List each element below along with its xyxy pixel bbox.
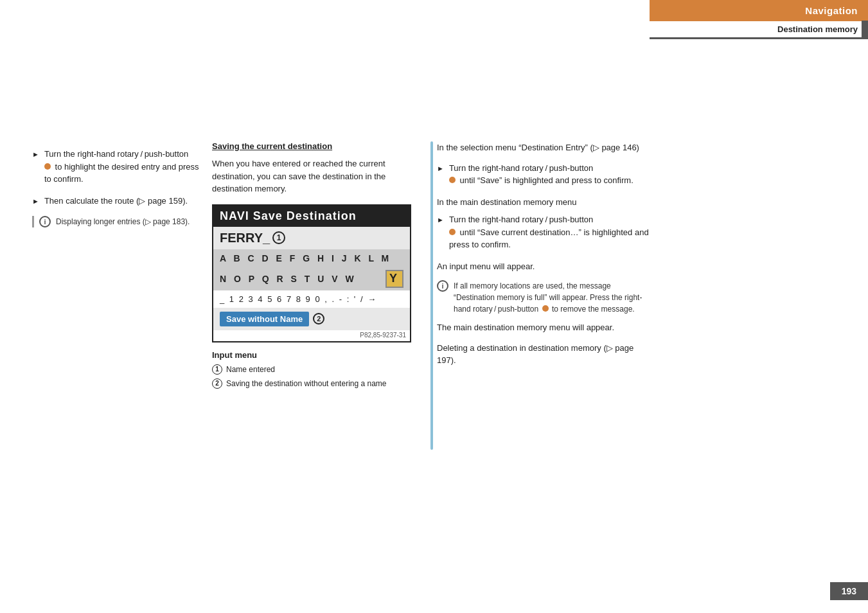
left-column: ► Turn the right-hand rotary / push-butt… bbox=[32, 148, 199, 236]
info-text-right: If all memory locations are used, the me… bbox=[454, 280, 649, 315]
navi-entry-row: FERRY_ 1 bbox=[213, 227, 410, 249]
navi-numbers-row: _ 1 2 3 4 5 6 7 8 9 0 , . - : ' / → bbox=[213, 290, 410, 308]
legend-item-1: 1 Name entered bbox=[212, 364, 411, 375]
navi-keyboard-y-key[interactable]: Y bbox=[385, 270, 403, 288]
circle-icon-right-3 bbox=[542, 305, 549, 312]
navi-code: P82,85-9237-31 bbox=[213, 330, 410, 341]
navi-entry-text: FERRY_ bbox=[220, 231, 270, 245]
info-box-right: i If all memory locations are used, the … bbox=[437, 280, 649, 315]
bullet-item-2: ► Then calculate the route (▷ page 159). bbox=[32, 195, 199, 208]
nav-title: Navigation bbox=[805, 5, 858, 16]
input-menu-title: Input menu bbox=[212, 350, 411, 360]
right-bullet1-text: Turn the right-hand rotary / push-button… bbox=[449, 162, 633, 187]
navi-title-row: NAVI Save Destination bbox=[213, 206, 410, 227]
info-icon-left: i bbox=[39, 216, 51, 227]
navi-save-badge: 2 bbox=[313, 313, 324, 324]
legend-item-2: 2 Saving the destination without enterin… bbox=[212, 378, 411, 389]
page-number: 193 bbox=[830, 582, 868, 600]
legend-num-2: 2 bbox=[212, 378, 222, 389]
nav-title-bar: Navigation bbox=[650, 0, 868, 21]
left-accent-bar bbox=[430, 141, 433, 450]
header-area: Navigation Destination memory bbox=[650, 0, 868, 39]
circle-icon-right-1 bbox=[449, 177, 456, 183]
info-box-left: i Displaying longer entries (▷ page 183)… bbox=[32, 216, 199, 227]
info-text-left: Displaying longer entries (▷ page 183). bbox=[56, 216, 190, 227]
arrow-icon-1: ► bbox=[32, 149, 39, 160]
right-intro: In the selection menu “Destination Entry… bbox=[437, 141, 649, 154]
arrow-icon-2: ► bbox=[32, 196, 39, 207]
side-marker bbox=[862, 21, 868, 39]
circle-icon-1 bbox=[44, 163, 51, 170]
navi-keyboard-row2-left: N O P Q R S T U V W bbox=[220, 274, 357, 284]
main-menu-head: In the main destination memory menu bbox=[437, 196, 649, 209]
navi-keyboard-row2: N O P Q R S T U V W Y bbox=[213, 267, 410, 290]
main-menu-appear: The main destination memory menu will ap… bbox=[437, 321, 649, 334]
circle-icon-right-2 bbox=[449, 229, 456, 235]
section-title: Saving the current destination bbox=[212, 141, 411, 151]
navi-save-btn[interactable]: Save without Name bbox=[220, 312, 309, 326]
right-bullet-1: ► Turn the right-hand rotary / push-butt… bbox=[437, 162, 649, 187]
input-appear: An input menu will appear. bbox=[437, 260, 649, 273]
bullet1-text: Turn the right-hand rotary / push-button… bbox=[44, 148, 199, 186]
legend-num-1: 1 bbox=[212, 364, 222, 375]
deleting-text: Deleting a destination in destination me… bbox=[437, 342, 649, 367]
dest-memory-label: Destination memory bbox=[777, 24, 858, 34]
mid-column: Saving the current destination When you … bbox=[212, 141, 411, 392]
info-icon-right: i bbox=[437, 280, 448, 292]
arrow-icon-right-2: ► bbox=[437, 215, 444, 226]
navi-keyboard-row1: A B C D E F G H I J K L M bbox=[213, 249, 410, 267]
dest-memory-bar: Destination memory bbox=[650, 21, 868, 39]
bullet-item-1: ► Turn the right-hand rotary / push-butt… bbox=[32, 148, 199, 186]
right-bullet-2: ► Turn the right-hand rotary / push-butt… bbox=[437, 213, 649, 251]
navi-screen: NAVI Save Destination FERRY_ 1 A B C D E… bbox=[212, 204, 411, 342]
legend-text-2: Saving the destination without entering … bbox=[226, 378, 387, 389]
intro-text: When you have entered or reached the cur… bbox=[212, 157, 411, 195]
bullet2-text: Then calculate the route (▷ page 159). bbox=[44, 195, 188, 208]
legend-text-1: Name entered bbox=[226, 364, 275, 375]
arrow-icon-right-1: ► bbox=[437, 163, 444, 174]
right-column: In the selection menu “Destination Entry… bbox=[437, 141, 649, 375]
navi-entry-badge: 1 bbox=[272, 231, 285, 244]
right-bullet2-text: Turn the right-hand rotary / push-button… bbox=[449, 213, 649, 251]
navi-save-row: Save without Name 2 bbox=[213, 308, 410, 330]
